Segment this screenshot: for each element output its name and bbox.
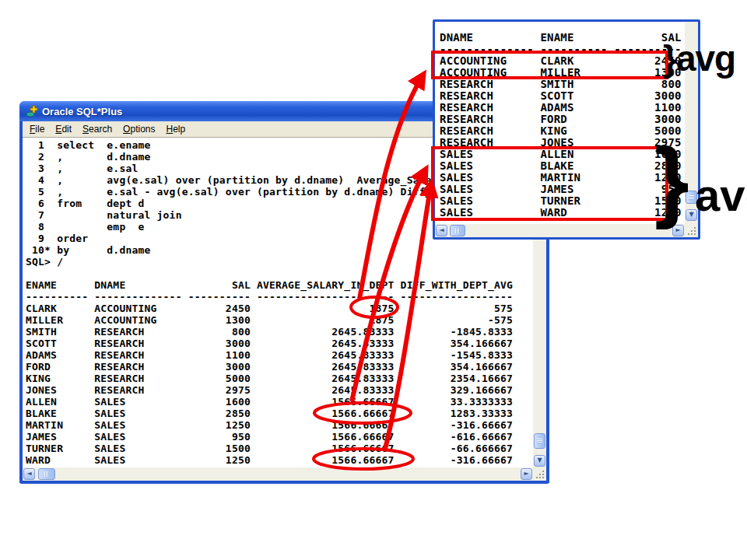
menu-file[interactable]: File xyxy=(24,122,50,136)
overlay-horizontal-scrollbar[interactable]: ◄ ► xyxy=(435,224,685,237)
chevron-left-icon: ◄ xyxy=(439,226,444,233)
result-content[interactable]: DNAME ENAME SAL -------------- ---------… xyxy=(435,22,685,224)
hscroll-thumb[interactable] xyxy=(450,225,465,236)
sqlplus-app-icon xyxy=(26,105,38,117)
menu-options[interactable]: Options xyxy=(117,122,160,136)
menu-search[interactable]: Search xyxy=(77,122,117,136)
chevron-left-icon: ◄ xyxy=(26,470,31,477)
chevron-down-icon: ▼ xyxy=(689,211,693,218)
chevron-down-icon: ▼ xyxy=(537,457,542,464)
menu-help[interactable]: Help xyxy=(160,122,191,136)
result-output: DNAME ENAME SAL -------------- ---------… xyxy=(435,22,685,219)
vscroll-thumb[interactable] xyxy=(534,433,545,449)
resize-grip[interactable] xyxy=(533,467,546,481)
scroll-right-button[interactable]: ► xyxy=(521,468,532,480)
chevron-right-icon: ► xyxy=(524,470,528,477)
hscroll-thumb[interactable] xyxy=(38,468,55,480)
avg-brace-sales: } xyxy=(654,135,689,225)
scroll-left-button[interactable]: ◄ xyxy=(23,468,35,480)
window-title: Oracle SQL*Plus xyxy=(42,106,122,117)
main-horizontal-scrollbar[interactable]: ◄ ► xyxy=(23,467,533,481)
avg-annotation-sales: avg xyxy=(695,173,747,218)
scroll-left-button[interactable]: ◄ xyxy=(436,225,447,236)
avg-annotation-accounting: }avg xyxy=(663,40,735,76)
scroll-down-button[interactable]: ▼ xyxy=(534,455,545,467)
menu-edit[interactable]: Edit xyxy=(50,122,77,136)
